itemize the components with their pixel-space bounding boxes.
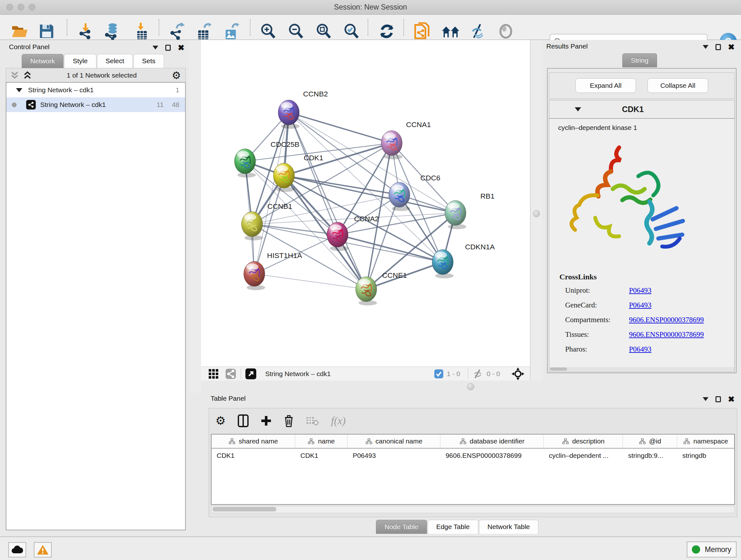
network-edge[interactable] xyxy=(284,176,366,289)
collapse-all-icon[interactable] xyxy=(10,71,19,80)
share-view-icon[interactable] xyxy=(225,368,236,379)
network-node-cdkn1a[interactable]: CDKN1A xyxy=(432,243,495,278)
delete-table-icon[interactable] xyxy=(306,416,319,426)
network-node-ccna2[interactable]: CCNA2 xyxy=(327,214,379,251)
import-table-icon[interactable] xyxy=(133,22,151,41)
fit-content-crosshair-icon[interactable] xyxy=(512,368,524,380)
tab-select[interactable]: Select xyxy=(97,54,133,68)
splitter-handle[interactable] xyxy=(533,210,540,217)
tab-sets[interactable]: Sets xyxy=(133,54,164,68)
hidden-eye-icon[interactable] xyxy=(473,369,483,379)
network-node-ccna1[interactable]: CCNA1 xyxy=(381,120,431,159)
network-node-rb1[interactable]: RB1 xyxy=(445,192,495,229)
crosslink-link[interactable]: 9606.ENSP00000378699 xyxy=(629,316,704,324)
save-session-icon[interactable] xyxy=(37,22,56,41)
expand-all-button[interactable]: Expand All xyxy=(576,78,636,93)
right-splitter[interactable] xyxy=(530,40,542,393)
network-options-gear-icon[interactable]: ⚙ xyxy=(172,69,181,81)
node-table[interactable]: shared namenamecanonical namedatabase id… xyxy=(211,434,735,505)
string-import-icon[interactable] xyxy=(413,22,431,41)
warnings-button[interactable] xyxy=(34,542,52,557)
column-header-name[interactable]: name xyxy=(295,435,347,448)
zoom-fit-icon[interactable] xyxy=(314,22,333,41)
tab-edge-table[interactable]: Edge Table xyxy=(428,520,478,534)
network-collection-row[interactable]: String Network – cdk1 1 xyxy=(6,83,185,98)
table-cell[interactable]: P06493 xyxy=(347,449,441,462)
zoom-out-icon[interactable] xyxy=(286,22,305,41)
control-panel-title: Control Panel xyxy=(9,43,50,51)
automation-cloud-button[interactable] xyxy=(8,542,26,557)
show-columns-icon[interactable] xyxy=(238,415,249,427)
table-cell[interactable]: cyclin–dependent ... xyxy=(544,449,623,462)
column-header-namespace[interactable]: namespace xyxy=(677,435,734,448)
update-network-icon[interactable] xyxy=(378,22,396,41)
collapse-all-button[interactable]: Collapse All xyxy=(648,78,708,93)
open-session-icon[interactable] xyxy=(10,22,29,41)
protein-card-header[interactable]: CDK1 xyxy=(549,100,734,119)
expand-all-icon[interactable] xyxy=(23,71,31,80)
panel-float-icon[interactable] xyxy=(716,396,721,402)
string-home-icon[interactable] xyxy=(441,22,460,41)
table-cell[interactable]: CDK1 xyxy=(295,449,347,462)
crosslink-link[interactable]: 9606.ENSP00000378699 xyxy=(629,330,704,339)
card-horizontal-scrollbar[interactable] xyxy=(550,367,734,371)
hide-selected-icon[interactable] xyxy=(468,22,487,41)
import-network-database-icon[interactable] xyxy=(103,22,121,41)
tab-network-table[interactable]: Network Table xyxy=(479,520,539,534)
network-edge[interactable] xyxy=(254,274,366,289)
selected-checkbox-icon[interactable] xyxy=(434,369,444,379)
crosslink-link[interactable]: P06493 xyxy=(629,345,651,354)
column-header-database-identifier[interactable]: database identifier xyxy=(441,435,544,448)
column-header-description[interactable]: description xyxy=(544,435,623,448)
network-node-hist1h1a[interactable]: HIST1H1A xyxy=(244,251,302,290)
table-row[interactable]: CDK1CDK1P064939606.ENSP00000378699cyclin… xyxy=(212,449,734,462)
left-splitter[interactable] xyxy=(189,40,201,393)
panel-close-icon[interactable]: ✖ xyxy=(728,44,735,50)
protein-collapse-caret-icon[interactable] xyxy=(575,107,581,111)
network-canvas[interactable]: CCNB2CCNA1CDC25BCDK1CDC6RB1CCNB1CCNA2CDK… xyxy=(201,40,530,367)
table-cell[interactable]: CDK1 xyxy=(212,449,295,462)
panel-close-icon[interactable]: ✖ xyxy=(178,44,185,51)
crosslink-link[interactable]: P06493 xyxy=(629,301,651,309)
table-cell[interactable]: 9606.ENSP00000378699 xyxy=(441,449,544,462)
zoom-in-icon[interactable] xyxy=(259,22,277,41)
splitter-handle[interactable] xyxy=(467,383,474,390)
export-table-icon[interactable] xyxy=(195,22,213,41)
panel-float-icon[interactable] xyxy=(165,45,171,51)
collection-expand-caret-icon[interactable] xyxy=(16,88,22,92)
column-header-@id[interactable]: @id xyxy=(623,435,677,448)
panel-float-icon[interactable] xyxy=(716,44,721,50)
grid-view-icon[interactable] xyxy=(208,368,219,379)
show-all-icon[interactable] xyxy=(496,22,515,41)
table-settings-gear-icon[interactable]: ⚙ xyxy=(215,414,226,428)
zoom-selected-icon[interactable] xyxy=(342,22,360,41)
delete-column-icon[interactable] xyxy=(284,415,294,427)
tab-string[interactable]: String xyxy=(622,53,657,67)
panel-menu-caret-icon[interactable] xyxy=(703,397,709,401)
import-network-file-icon[interactable] xyxy=(76,22,95,41)
panel-close-icon[interactable]: ✖ xyxy=(728,396,735,402)
table-cell[interactable]: stringdb xyxy=(677,449,734,462)
panel-menu-caret-icon[interactable] xyxy=(152,46,158,50)
network-edge[interactable] xyxy=(289,112,366,289)
add-column-icon[interactable] xyxy=(261,415,272,426)
memory-button[interactable]: Memory xyxy=(687,542,737,557)
tab-node-table[interactable]: Node Table xyxy=(376,520,427,534)
column-header-shared-name[interactable]: shared name xyxy=(212,435,295,448)
table-horizontal-scrollbar[interactable] xyxy=(211,506,735,513)
crosslink-link[interactable]: P06493 xyxy=(629,287,651,295)
birdseye-view-icon[interactable] xyxy=(246,368,256,379)
toolbar-separator xyxy=(367,19,368,36)
network-edge[interactable] xyxy=(338,235,443,262)
tab-network[interactable]: Network xyxy=(22,54,64,68)
network-node-cdk1[interactable]: CDK1 xyxy=(273,153,323,192)
column-header-canonical-name[interactable]: canonical name xyxy=(347,435,441,448)
export-network-icon[interactable] xyxy=(167,22,186,41)
table-cell[interactable]: stringdb:9... xyxy=(623,449,677,462)
network-edge[interactable] xyxy=(252,224,338,235)
tab-style[interactable]: Style xyxy=(64,54,96,68)
function-builder-icon[interactable]: f(x) xyxy=(331,415,346,427)
panel-menu-caret-icon[interactable] xyxy=(703,45,709,49)
export-image-icon[interactable] xyxy=(222,22,241,41)
network-row[interactable]: String Network – cdk1 11 48 xyxy=(6,98,185,112)
